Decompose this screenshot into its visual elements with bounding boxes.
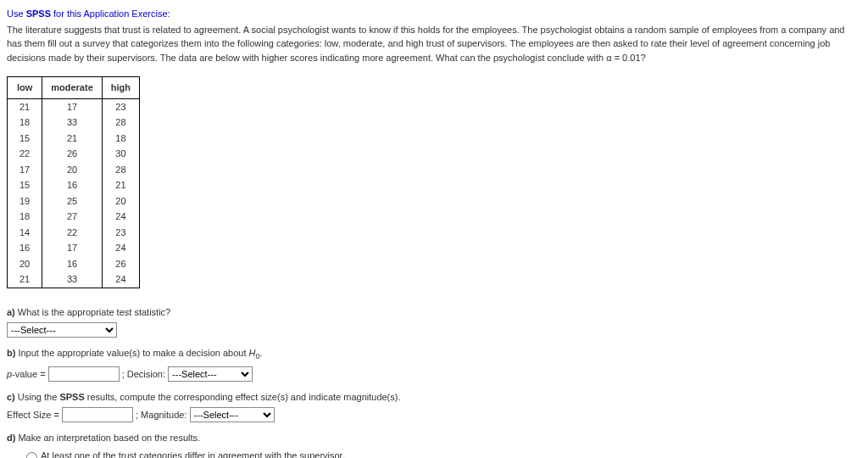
- table-cell: 25: [42, 193, 103, 209]
- qc-text2: results, compute the corresponding effec…: [85, 392, 401, 402]
- hdr-prefix: Use: [7, 8, 26, 19]
- table-cell: 23: [102, 225, 139, 241]
- table-cell: 30: [102, 146, 139, 162]
- qc-label: c): [7, 392, 15, 402]
- qd-label: d): [7, 433, 15, 443]
- data-table: lowmoderatehigh 211723183328152118222630…: [7, 76, 140, 288]
- table-cell: 15: [8, 131, 42, 147]
- table-cell: 28: [102, 114, 139, 131]
- table-cell: 22: [8, 146, 42, 162]
- pvalue-input[interactable]: [48, 366, 120, 382]
- qc-input-row: Effect Size = ; Magnitude: ---Select---: [7, 407, 861, 422]
- table-cell: 28: [102, 162, 139, 178]
- magnitude-select[interactable]: ---Select---: [190, 407, 275, 422]
- qd-radio-1[interactable]: [26, 452, 37, 458]
- question-c: c) Using the SPSS results, compute the c…: [7, 390, 861, 405]
- table-row: 213324: [8, 271, 140, 288]
- qb-text: Input the appropriate value(s) to make a…: [15, 348, 248, 358]
- table-cell: 22: [42, 225, 103, 241]
- decision-label: ; Decision:: [122, 369, 168, 379]
- table-cell: 19: [8, 193, 42, 209]
- table-header: moderate: [42, 77, 103, 99]
- table-cell: 21: [8, 98, 42, 114]
- question-a: a) What is the appropriate test statisti…: [7, 305, 861, 320]
- qb-label: b): [7, 348, 15, 358]
- table-cell: 21: [42, 131, 103, 147]
- qd-opt1-label: At least one of the trust categories dif…: [41, 450, 345, 458]
- table-cell: 26: [102, 256, 139, 272]
- table-cell: 24: [102, 271, 139, 288]
- qa-label: a): [7, 307, 15, 317]
- table-row: 152118: [8, 131, 140, 147]
- table-header: high: [102, 77, 139, 99]
- table-cell: 14: [8, 225, 42, 241]
- table-cell: 15: [8, 177, 42, 193]
- table-cell: 23: [102, 98, 139, 114]
- exercise-header: Use SPSS for this Application Exercise:: [7, 7, 861, 21]
- table-cell: 27: [42, 209, 103, 225]
- qa-select[interactable]: ---Select---: [7, 322, 117, 338]
- effect-size-input[interactable]: [62, 407, 133, 422]
- table-cell: 26: [42, 146, 103, 162]
- table-cell: 17: [42, 240, 103, 256]
- table-cell: 33: [42, 114, 103, 131]
- table-cell: 20: [42, 162, 103, 178]
- table-cell: 33: [42, 271, 103, 288]
- table-row: 192520: [8, 193, 140, 209]
- table-cell: 18: [8, 114, 42, 131]
- question-b: b) Input the appropriate value(s) to mak…: [7, 346, 861, 363]
- table-row: 151621: [8, 177, 140, 193]
- table-row: 142223: [8, 225, 140, 241]
- table-cell: 16: [42, 177, 103, 193]
- table-cell: 20: [8, 256, 42, 272]
- decision-select[interactable]: ---Select---: [168, 366, 253, 382]
- qb-h0: H: [249, 348, 256, 358]
- table-cell: 17: [42, 98, 103, 114]
- qb-dot: .: [260, 348, 263, 358]
- table-row: 182724: [8, 209, 140, 225]
- table-cell: 18: [102, 131, 139, 147]
- question-d: d) Make an interpretation based on the r…: [7, 431, 861, 445]
- magnitude-label: ; Magnitude:: [136, 410, 190, 420]
- effect-size-label: Effect Size =: [7, 410, 62, 420]
- table-cell: 16: [8, 240, 42, 256]
- table-cell: 17: [8, 162, 42, 178]
- table-row: 183328: [8, 114, 140, 131]
- table-cell: 20: [102, 193, 139, 209]
- hdr-bold: SPSS: [26, 8, 51, 19]
- table-row: 211723: [8, 98, 140, 114]
- table-row: 161724: [8, 240, 140, 256]
- table-row: 201626: [8, 256, 140, 272]
- qa-text: What is the appropriate test statistic?: [15, 307, 170, 317]
- pvalue-eq: -value =: [12, 369, 48, 379]
- exercise-description: The literature suggests that trust is re…: [7, 23, 861, 65]
- qc-text1: Using the: [15, 392, 60, 402]
- table-cell: 21: [102, 177, 139, 193]
- hdr-suffix: for this Application Exercise:: [51, 8, 170, 19]
- table-cell: 18: [8, 209, 42, 225]
- table-row: 172028: [8, 162, 140, 178]
- table-cell: 16: [42, 256, 103, 272]
- table-cell: 21: [8, 271, 42, 288]
- qc-bold: SPSS: [59, 392, 84, 402]
- table-cell: 24: [102, 240, 139, 256]
- table-cell: 24: [102, 209, 139, 225]
- table-header: low: [8, 77, 42, 99]
- table-row: 222630: [8, 146, 140, 162]
- qb-input-row: p-value = ; Decision: ---Select---: [7, 366, 861, 382]
- qd-text: Make an interpretation based on the resu…: [15, 433, 200, 443]
